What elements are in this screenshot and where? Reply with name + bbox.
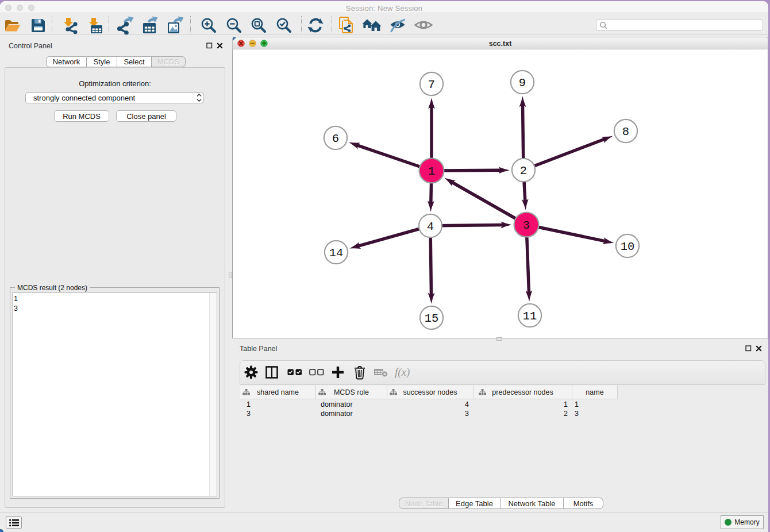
svg-text:11: 11 [523,310,537,323]
svg-text:8: 8 [622,125,629,138]
svg-text:3: 3 [523,219,530,232]
svg-text:10: 10 [621,240,635,253]
svg-text:6: 6 [332,132,339,145]
svg-text:7: 7 [428,78,435,91]
svg-text:14: 14 [329,246,344,260]
svg-text:15: 15 [425,312,439,325]
svg-text:1: 1 [428,165,435,178]
svg-text:9: 9 [519,76,526,90]
svg-text:2: 2 [520,164,527,178]
svg-text:4: 4 [427,220,434,233]
